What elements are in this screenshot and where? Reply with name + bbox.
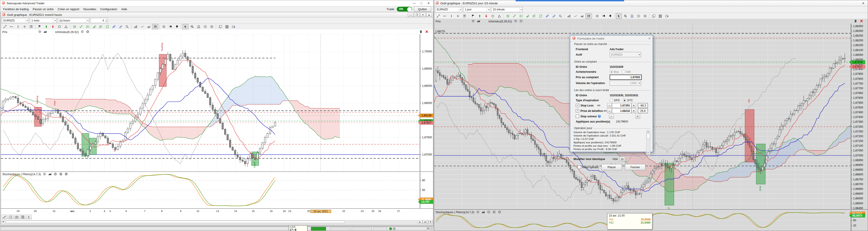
taskbar-green-segment[interactable]	[311, 227, 326, 231]
zoom-box-icon[interactable]	[622, 13, 628, 19]
take-profit-minus-button[interactable]: –	[607, 108, 612, 113]
gtc-radio[interactable]	[623, 99, 626, 102]
price-settings-icon[interactable]	[38, 30, 41, 34]
buy-arrow-icon[interactable]	[43, 24, 49, 29]
trade-toggle[interactable]: ON	[397, 7, 412, 11]
bar-chart-icon[interactable]	[132, 24, 138, 29]
fibonacci-retracement-icon[interactable]	[71, 24, 78, 29]
quit-button[interactable]: Quitter	[414, 6, 431, 12]
price-flag-icon[interactable]	[37, 24, 43, 29]
info-scroll-thumb[interactable]	[647, 133, 650, 139]
area-chart-icon[interactable]	[146, 24, 152, 29]
menu-item-4[interactable]: Nouvelles	[81, 7, 98, 11]
taskbar-segment[interactable]	[373, 227, 387, 231]
text-note-icon[interactable]: T	[28, 24, 34, 29]
scroll-right-icon[interactable]: ►	[417, 220, 423, 224]
zoom-range-icon[interactable]	[195, 24, 202, 29]
scroll-end-icon[interactable]: ►|	[423, 220, 428, 224]
chart-settings-icon[interactable]	[594, 13, 600, 19]
stepper-down-icon[interactable]: ▼	[105, 21, 107, 22]
scroll-up-icon[interactable]: ▲	[647, 131, 650, 133]
keep-opened-checkbox[interactable]	[578, 165, 581, 169]
period-select[interactable]: 1 jour▾	[463, 7, 490, 12]
resolution-select[interactable]: 15 minute▾	[491, 7, 523, 12]
child-minimize-icon[interactable]: —	[408, 13, 414, 17]
text-note-icon[interactable]: T	[461, 13, 467, 19]
menu-item-3[interactable]: Créer un rapport	[56, 7, 81, 11]
indicator-settings-icon[interactable]	[514, 19, 518, 24]
pattern-search-icon[interactable]	[124, 24, 130, 29]
speed-fan-icon[interactable]	[524, 13, 530, 19]
close-icon[interactable]: ✕	[860, 1, 867, 5]
alerts-list-icon[interactable]	[167, 24, 174, 29]
ellipse-icon[interactable]	[56, 24, 62, 29]
area-chart-icon[interactable]	[579, 13, 585, 19]
save-icon[interactable]	[20, 215, 26, 219]
price-style-icon[interactable]	[477, 19, 480, 24]
gann-fan-icon[interactable]	[104, 24, 110, 29]
take-profit-input[interactable]: 1.68232	[612, 108, 631, 113]
cross-line-icon[interactable]	[455, 13, 461, 19]
fibonacci-timezones-icon[interactable]	[85, 24, 91, 29]
cross-line-icon[interactable]	[22, 24, 28, 29]
hscroll-left-icon[interactable]: ◄	[2, 220, 4, 223]
close-button[interactable]: Fermer	[625, 164, 645, 170]
app-hscroll-right-icon[interactable]: ►	[427, 227, 429, 229]
symbol-select[interactable]: EURNZD▾	[2, 18, 29, 23]
line-chart-icon[interactable]	[572, 13, 579, 19]
child-restore-icon[interactable]: ❐	[414, 13, 420, 17]
stop-loss-checkbox[interactable]: ✓	[576, 104, 579, 107]
minimize-icon[interactable]: —	[411, 1, 417, 5]
gfd-radio[interactable]	[610, 99, 613, 102]
bar-chart-icon[interactable]	[566, 13, 572, 19]
vertical-line-icon[interactable]	[448, 13, 454, 19]
cursor-icon[interactable]	[616, 13, 622, 19]
indicator-close-icon[interactable]	[519, 19, 523, 24]
scroll-down-icon[interactable]: ▼	[647, 152, 650, 154]
andrews-pitchfork-icon[interactable]	[511, 13, 518, 19]
linear-regression-icon[interactable]	[544, 13, 550, 19]
zoom-out-icon[interactable]	[202, 24, 208, 29]
andrews-pitchfork-icon[interactable]	[78, 24, 84, 29]
zoom-range-icon[interactable]	[629, 13, 635, 19]
scroll-down-icon[interactable]: ▼	[428, 220, 433, 224]
trend-channel-icon[interactable]	[551, 13, 557, 19]
taskbar-segment[interactable]	[330, 227, 350, 231]
chart-settings-icon[interactable]	[161, 24, 167, 29]
cursor-icon[interactable]	[182, 24, 188, 29]
trash-icon[interactable]	[419, 30, 423, 34]
columns-icon[interactable]	[657, 13, 663, 19]
price-settings-icon[interactable]	[471, 19, 475, 24]
candlestick-chart-icon[interactable]	[585, 13, 592, 19]
place-button[interactable]: Placer	[601, 164, 622, 170]
alerts-list-icon[interactable]	[600, 13, 607, 19]
duplicate-window-icon[interactable]	[217, 24, 223, 29]
alert-bell-icon[interactable]	[607, 13, 613, 19]
price-flag-icon[interactable]	[470, 13, 476, 19]
take-profit-checkbox[interactable]: ✓	[576, 109, 579, 112]
trend-line-icon[interactable]	[2, 24, 8, 29]
export-icon[interactable]	[230, 24, 237, 29]
resolution-select[interactable]: (x) hours▾	[58, 18, 89, 23]
menu-item-2[interactable]: Passer un ordre	[31, 7, 56, 11]
price-style-icon[interactable]	[43, 30, 47, 34]
speed-fan-icon[interactable]	[91, 24, 97, 29]
resolution-stepper[interactable]: 4 ▲▼	[90, 18, 108, 23]
hscroll-thumb[interactable]	[6, 221, 345, 223]
indicator-close-icon[interactable]	[86, 30, 90, 34]
stop-loss-input[interactable]: 1.67291	[612, 103, 631, 108]
draw-tool-icon[interactable]	[2, 215, 7, 219]
gann-fan-icon[interactable]	[537, 13, 544, 19]
menu-item-6[interactable]: Aide	[119, 7, 129, 11]
columns-icon[interactable]	[224, 24, 230, 29]
trend-channel-icon[interactable]	[117, 24, 123, 29]
left-hscrollbar[interactable]: ◄	[1, 220, 417, 224]
period-select[interactable]: 1 mois▾	[30, 18, 57, 23]
linear-regression-icon[interactable]	[111, 24, 117, 29]
horizontal-ray-icon[interactable]	[442, 13, 448, 19]
gann-grid-icon[interactable]	[98, 24, 104, 29]
ellipse-icon[interactable]	[490, 13, 496, 19]
trend-line-icon[interactable]	[435, 13, 441, 19]
snapshot-icon[interactable]	[14, 215, 20, 219]
left-stoch-pane[interactable]: 80502021,068513,707	[1, 172, 433, 208]
